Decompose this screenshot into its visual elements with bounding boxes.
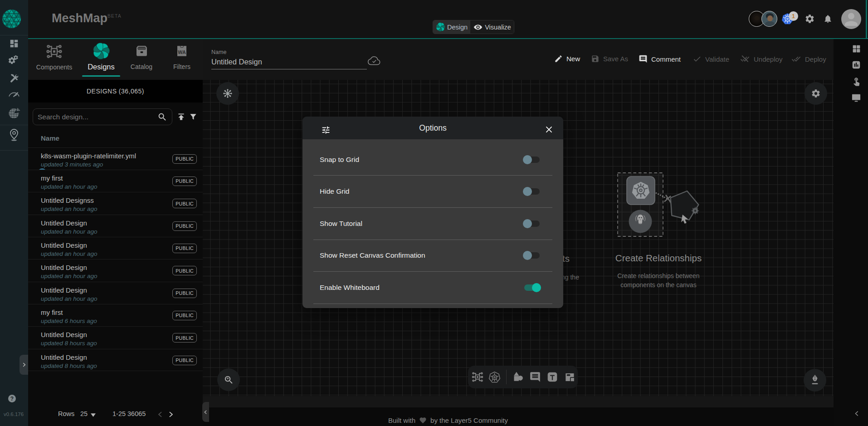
svg-text:WA: WA [178,49,186,55]
